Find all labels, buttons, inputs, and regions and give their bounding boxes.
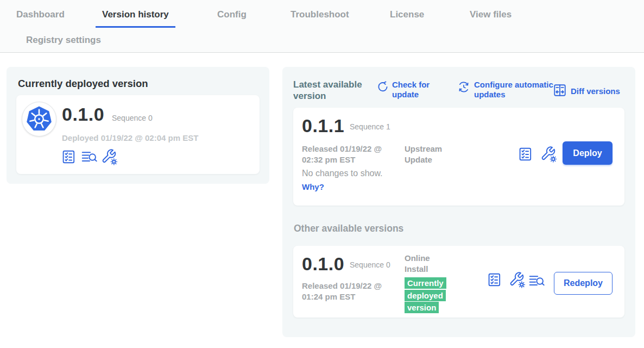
other-version-card: 0.1.0 Sequence 0 Released 01/19/22 @ 01:… [293, 246, 624, 318]
preflight-checks-icon[interactable] [61, 150, 76, 164]
diff-versions-link[interactable]: Diff versions [553, 83, 620, 100]
tab-view-files[interactable]: View files [470, 9, 512, 20]
latest-sequence-label: Sequence 1 [350, 122, 390, 132]
other-source-label: Online Install [405, 253, 437, 275]
check-for-update-link[interactable]: Check for update [376, 80, 440, 100]
latest-released-timestamp: Released 01/19/22 @ 02:32 pm EST [302, 144, 402, 166]
deployed-timestamp: Deployed 01/19/22 @ 02:04 pm EST [62, 133, 198, 142]
configure-automatic-updates-link[interactable]: Configure automatic updates [457, 80, 558, 100]
other-version-number: 0.1.0 [302, 253, 344, 275]
latest-available-title: Latest available version [293, 79, 369, 102]
other-sequence-label: Sequence 0 [350, 260, 390, 270]
latest-source-label: Upstream Update [405, 144, 451, 166]
deploy-button[interactable]: Deploy [563, 141, 613, 165]
tab-dashboard[interactable]: Dashboard [16, 9, 65, 20]
other-versions-title: Other available versions [294, 223, 403, 234]
latest-version-card: 0.1.1 Sequence 1 Released 01/19/22 @ 02:… [293, 108, 624, 206]
tab-version-history[interactable]: Version history [96, 9, 175, 28]
tab-license[interactable]: License [390, 9, 424, 20]
tab-config[interactable]: Config [217, 9, 247, 20]
tab-troubleshoot[interactable]: Troubleshoot [291, 9, 349, 20]
app-nav: Dashboard Version history Config Trouble… [0, 0, 644, 53]
deployed-version-number: 0.1.0 [62, 104, 104, 125]
deploy-logs-icon[interactable] [81, 150, 98, 164]
redeploy-button[interactable]: Redeploy [554, 272, 613, 295]
app-logo [22, 102, 56, 136]
configure-automatic-updates-label: Configure automatic updates [474, 80, 555, 100]
deployed-version-card: 0.1.0 Sequence 0 Deployed 01/19/22 @ 02:… [16, 95, 260, 174]
edit-config-icon[interactable] [540, 146, 557, 163]
preflight-checks-icon[interactable] [487, 272, 502, 287]
refresh-icon [376, 80, 388, 95]
preflight-checks-icon[interactable] [518, 147, 533, 161]
kubernetes-logo-icon [25, 105, 53, 133]
deployed-sequence-label: Sequence 0 [112, 113, 153, 123]
currently-deployed-panel: Currently deployed version 0.1.0 Sequenc… [7, 67, 269, 184]
tab-registry-settings[interactable]: Registry settings [26, 35, 101, 46]
check-for-update-label: Check for update [392, 80, 438, 100]
deploy-logs-icon[interactable] [529, 274, 545, 288]
currently-deployed-badge: Currently deployed version [405, 277, 449, 314]
diff-icon [553, 83, 567, 100]
why-link[interactable]: Why? [302, 182, 324, 191]
edit-config-icon[interactable] [509, 271, 526, 288]
available-versions-panel: Latest available version Check for updat… [282, 67, 635, 337]
deployed-card-actions [61, 148, 118, 165]
edit-config-icon[interactable] [101, 148, 118, 165]
currently-deployed-title: Currently deployed version [18, 78, 148, 90]
other-released-timestamp: Released 01/19/22 @ 01:24 pm EST [302, 281, 402, 303]
no-changes-note: No changes to show. [302, 169, 383, 178]
diff-versions-label: Diff versions [571, 86, 620, 96]
latest-version-number: 0.1.1 [302, 115, 344, 136]
auto-update-icon [457, 80, 470, 96]
